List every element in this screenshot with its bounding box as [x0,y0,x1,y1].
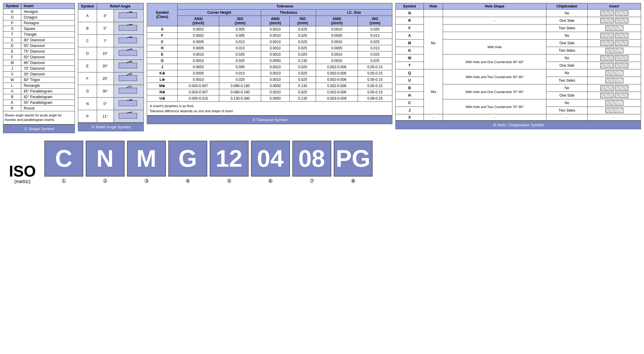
svg-line-19 [126,86,131,88]
relief-col-symbol: Symbol [78,3,97,10]
tolerance-cell: 0.0005 [177,45,219,51]
hole-chipbreaker-label: ④ Hole / Chipbreaker Symbol [395,121,641,129]
tolerance-cell: 0.0010 [261,33,289,39]
shape-row: W80° Trigon [3,77,75,83]
relief-angle-section: Symbol Relief Angle A3°B5°C7°D15°E20°F25… [78,3,144,131]
tolerance-ansi1: ANSI(±inch) [177,16,219,26]
tolerance-cell: 0.025 [289,26,316,33]
relief-angle-cell: 7° [97,35,114,47]
tolerance-cell: 0.013 [358,33,392,39]
shape-row: TTriangle [3,32,75,37]
shape-row: A85° Parallelogram [3,89,75,94]
tolerance-cell: 0.130 [289,58,316,64]
tolerance-cell: 0.080-0.180 [219,83,261,89]
shape-row: SSquare [3,26,75,32]
shape-insert-cell: 50° Diamond [21,54,75,60]
tolerance-cell: 0.05-0.15 [358,64,392,70]
tolerance-cell: 0.025 [358,58,392,64]
relief-angle-cell: 0° [97,98,114,110]
chipbreaker-cell: No [546,69,588,77]
tolerance-cell: 0.002-0.006 [316,89,358,95]
tolerance-cell: H [147,45,178,51]
chipbreaker-cell: No [546,32,588,39]
relief-row: G30° [78,85,144,98]
relief-symbol-cell: D [78,47,97,60]
iso-letter: PG [334,141,373,177]
relief-col-angle: Relief Angle [97,3,143,10]
relief-angle-cell: 15° [97,47,114,60]
insert-cell [588,77,641,84]
iso-box: 04⑥ [251,141,290,184]
shape-insert-cell: Square [21,26,75,32]
tolerance-cell: 0.003-0.007 [177,89,219,95]
iso-number: ⑧ [351,178,356,184]
tolerance-cell: 0.0010 [316,51,358,58]
svg-line-16 [126,73,132,75]
relief-symbol-cell: C [78,35,97,47]
hole-type-cell: No [424,17,443,69]
tolerance-cell: 0.0005 [316,45,358,51]
relief-row: E20° [78,60,144,72]
hole-table: SymbolHoleHole ShapeChipbreakerInsert NN… [395,3,641,121]
hole-shape-cell [443,25,546,32]
relief-angle-cell: 5° [97,22,114,35]
chipbreaker-cell: No [546,10,588,17]
relief-shape-cell [114,98,143,110]
relief-row: F25° [78,72,144,85]
iso-letter: N [86,141,125,177]
chipbreaker-cell: Two Sides [546,107,588,114]
shape-symbol-cell: S [3,26,21,32]
shape-symbol-cell: H [3,9,21,15]
relief-shape-cell [114,35,143,47]
relief-row: P11° [78,110,144,123]
tolerance-main-header: Tolerance [177,3,392,10]
shape-symbol-cell: V [3,72,21,77]
tolerance-cell: 0.025 [289,70,316,77]
main-container: Symbol Insert HHexagonOOctagonPPentagonS… [3,3,641,184]
hole-symbol-cell: C [396,99,424,107]
chipbreaker-cell: No [546,84,588,92]
tolerance-corner-header: Corner Height [177,10,261,16]
hole-symbol-cell: R [396,17,424,25]
tolerance-row: C0.00050.0130.00100.0250.00100.025 [147,39,392,45]
insert-cell [588,69,641,77]
relief-shape-cell [114,85,143,98]
tolerance-cell: 0.0005 [177,39,219,45]
top-row: Symbol Insert HHexagonOOctagonPPentagonS… [3,3,641,133]
relief-shape-cell [114,60,143,72]
tolerance-cell: N※ [147,89,178,95]
tolerance-cell: 0.05-0.15 [358,83,392,89]
tolerance-cell: 0.0010 [261,39,289,45]
tolerance-cell: 0.130-0.380 [219,95,261,102]
hole-type-cell: - [424,114,443,121]
tolerance-cell: 0.005 [219,64,261,70]
tolerance-cell: 0.002-0.006 [316,83,358,89]
hole-shape-cell [443,10,546,17]
shape-symbol-label: ① Shape Symbol [3,124,75,133]
tolerance-cell: 0.025 [289,45,316,51]
iso-number: ① [61,178,66,184]
tolerance-cell: 0.0002 [177,64,219,70]
shape-symbol-cell: M [3,60,21,66]
hole-type-cell: Yes [424,69,443,114]
iso-box: G④ [168,141,207,184]
tolerance-iso2: ISO(±mm) [289,16,316,26]
tolerance-iso3: ISO(±mm) [358,16,392,26]
tolerance-cell: 0.0010 [261,64,289,70]
iso-letter: 12 [210,141,249,177]
shape-symbol-cell: P [3,20,21,26]
shape-row: J70° Diamond [3,66,75,72]
shape-col-insert: Insert [21,3,75,9]
tolerance-row: J0.00020.0050.00100.0250.002-0.0060.05-0… [147,64,392,70]
shape-row: V35° Diamond [3,72,75,77]
shape-insert-cell: 80° Trigon [21,77,75,83]
tolerance-cell: G [147,58,178,64]
tolerance-cell: 0.025 [289,33,316,39]
tolerance-col-symbol: Symbol(Class) [147,3,178,26]
tolerance-cell: 0.0010 [316,58,358,64]
relief-shape-cell [114,47,143,60]
tolerance-cell: 0.0010 [261,70,289,77]
svg-rect-9 [119,50,137,56]
relief-symbol-cell: P [78,110,97,123]
relief-angle-cell: 20° [97,60,114,72]
